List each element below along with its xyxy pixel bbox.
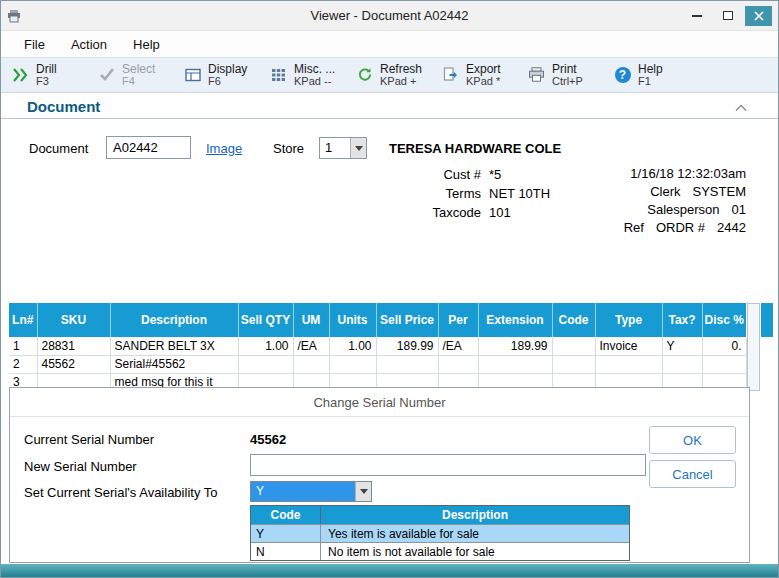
ref-ordr-label: ORDR #: [656, 221, 705, 235]
ok-button[interactable]: OK: [649, 426, 736, 454]
toolbar-export-button[interactable]: Export KPad *: [441, 63, 527, 88]
table-cell: [662, 355, 702, 373]
table-cell: [293, 355, 329, 373]
cust-value: *5: [489, 167, 550, 182]
close-button[interactable]: [745, 6, 772, 26]
table-cell: [478, 355, 552, 373]
col-header-description[interactable]: Description: [110, 303, 238, 337]
toolbar-select-shortcut: F4: [122, 76, 155, 88]
option-description: No item is not available for sale: [321, 543, 629, 560]
availability-dropdown-button[interactable]: [355, 482, 371, 501]
help-icon: ?: [615, 67, 631, 83]
store-dropdown-button[interactable]: [350, 138, 366, 158]
maximize-icon: [723, 11, 733, 20]
col-header-per[interactable]: Per: [438, 303, 478, 337]
toolbar-select-label: Select: [122, 63, 155, 76]
option-description: Yes item is available for sale: [321, 525, 629, 542]
option-yes[interactable]: Y Yes item is available for sale: [251, 524, 629, 542]
toolbar-refresh-button[interactable]: Refresh KPad +: [355, 63, 441, 88]
col-header-sku[interactable]: SKU: [37, 303, 110, 337]
clerk-value: SYSTEM: [693, 185, 746, 199]
table-cell: [552, 355, 595, 373]
datetime-value: 1/16/18 12:32:03am: [630, 167, 746, 181]
toolbar-display-button[interactable]: Display F6: [183, 63, 269, 88]
col-header-disc[interactable]: Disc %: [702, 303, 746, 337]
close-icon: [754, 11, 764, 21]
menu-bar: File Action Help: [1, 31, 778, 57]
maximize-button[interactable]: [714, 6, 741, 26]
terms-value: NET 10TH: [489, 186, 550, 201]
options-header-code: Code: [251, 506, 321, 524]
chevron-down-icon: [355, 146, 363, 151]
toolbar-select-button[interactable]: Select F4: [97, 63, 183, 88]
menu-help[interactable]: Help: [120, 33, 173, 56]
printer-icon: [527, 67, 546, 82]
col-header-ln[interactable]: Ln#: [9, 303, 37, 337]
table-cell: /EA: [438, 337, 478, 355]
minimize-button[interactable]: [683, 6, 710, 26]
toolbar-drill-shortcut: F3: [36, 76, 57, 88]
drill-icon: [11, 68, 30, 82]
table-cell: 1.00: [329, 337, 376, 355]
col-header-extension[interactable]: Extension: [478, 303, 552, 337]
toolbar-print-button[interactable]: Print Ctrl+P: [527, 63, 613, 88]
table-scrollbar[interactable]: [747, 303, 760, 391]
col-header-um[interactable]: UM: [293, 303, 329, 337]
window-controls: [683, 6, 772, 26]
toolbar-help-shortcut: F1: [638, 76, 663, 88]
table-row[interactable]: 2 45562 Serial#45562: [9, 355, 746, 373]
table-cell: /EA: [293, 337, 329, 355]
toolbar-help-button[interactable]: ? Help F1: [613, 63, 683, 88]
table-cell: 1: [9, 337, 37, 355]
store-value: 1: [320, 138, 350, 158]
keypad-icon: [269, 68, 288, 82]
menu-file[interactable]: File: [11, 33, 58, 56]
cust-label: Cust #: [376, 167, 481, 182]
grid-header-row: Ln# SKU Description Sell QTY UM Units Se…: [9, 303, 746, 337]
dialog-separator: [10, 416, 749, 417]
toolbar-export-shortcut: KPad *: [466, 76, 501, 88]
new-serial-input[interactable]: [250, 454, 646, 476]
minimize-icon: [692, 15, 702, 17]
options-header-description: Description: [321, 506, 629, 524]
table-cell: 189.99: [478, 337, 552, 355]
collapse-chevron-icon[interactable]: [734, 101, 748, 115]
menu-action[interactable]: Action: [58, 33, 120, 56]
col-header-type[interactable]: Type: [595, 303, 662, 337]
toolbar-drill-button[interactable]: Drill F3: [11, 63, 97, 88]
col-header-sell-qty[interactable]: Sell QTY: [238, 303, 293, 337]
table-row[interactable]: 1 28831 SANDER BELT 3X 1.00 /EA 1.00 189…: [9, 337, 746, 355]
table-cell: 189.99: [376, 337, 438, 355]
viewer-window: Viewer - Document A02442 File Action Hel…: [0, 0, 779, 578]
document-label: Document: [29, 141, 88, 156]
taxcode-label: Taxcode: [376, 205, 481, 220]
image-link[interactable]: Image: [206, 141, 242, 156]
col-header-units[interactable]: Units: [329, 303, 376, 337]
availability-value: Y: [251, 482, 355, 501]
new-serial-label: New Serial Number: [24, 459, 137, 474]
table-cell: 2: [9, 355, 37, 373]
change-serial-dialog: Change Serial Number Current Serial Numb…: [9, 387, 750, 563]
availability-label: Set Current Serial's Availability To: [24, 485, 217, 500]
cancel-button[interactable]: Cancel: [649, 460, 736, 488]
col-header-code[interactable]: Code: [552, 303, 595, 337]
table-cell: [438, 355, 478, 373]
table-cell: 45562: [37, 355, 110, 373]
toolbar-misc-button[interactable]: Misc. ... KPad --: [269, 63, 355, 88]
col-header-sell-price[interactable]: Sell Price: [376, 303, 438, 337]
availability-options-list: Code Description Y Yes item is available…: [250, 505, 630, 561]
option-no[interactable]: N No item is not available for sale: [251, 542, 629, 560]
document-input[interactable]: [106, 136, 191, 159]
terms-label: Terms: [376, 186, 481, 201]
taxcode-value: 101: [489, 205, 550, 220]
clerk-label: Clerk: [650, 185, 680, 199]
section-title: Document: [27, 98, 100, 115]
line-item-grid: Ln# SKU Description Sell QTY UM Units Se…: [9, 303, 746, 392]
toolbar-refresh-label: Refresh: [380, 63, 422, 76]
availability-dropdown[interactable]: Y: [250, 481, 372, 502]
store-dropdown[interactable]: 1: [319, 137, 367, 159]
display-grid-icon: [183, 68, 202, 82]
col-header-tax[interactable]: Tax?: [662, 303, 702, 337]
export-icon: [441, 67, 460, 82]
ref-value: 2442: [717, 221, 746, 235]
